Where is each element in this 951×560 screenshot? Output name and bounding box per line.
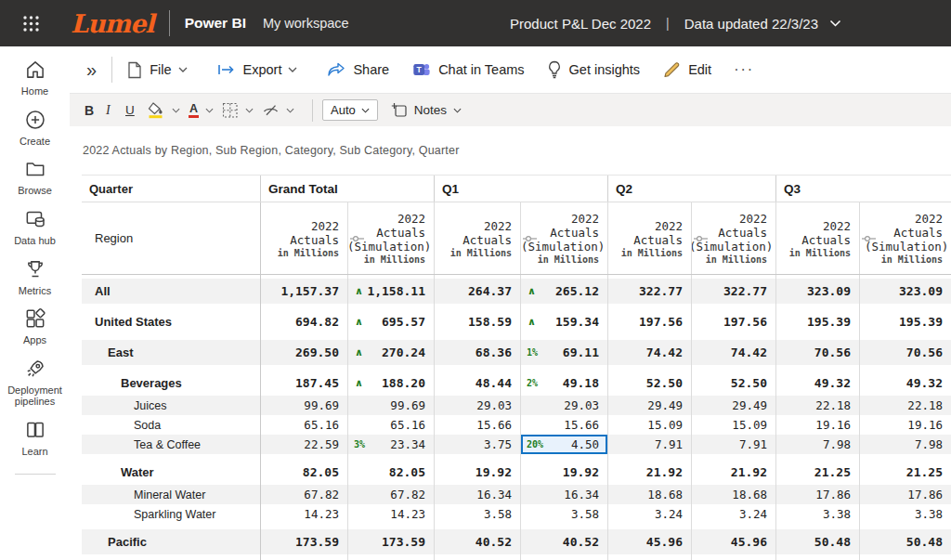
simulation-value-cell[interactable]: 65.16 <box>347 415 434 435</box>
simulation-value-cell[interactable]: 21.92 <box>691 460 775 485</box>
hide-values-button[interactable] <box>262 103 294 118</box>
simulation-value-cell[interactable]: 3.38 <box>859 504 951 524</box>
actuals-value-cell[interactable]: 74.42 <box>607 340 691 365</box>
simulation-value-cell[interactable]: ∧270.24 <box>347 340 434 365</box>
actuals-value-cell[interactable]: 22.18 <box>775 396 859 415</box>
actuals-value-cell[interactable]: 49.32 <box>775 371 859 396</box>
actuals-value-cell[interactable]: 70.56 <box>775 340 859 365</box>
simulation-value-cell[interactable]: 3.58 <box>520 504 607 524</box>
actuals-value-cell[interactable]: 19.16 <box>775 415 859 435</box>
measure-header-actuals[interactable]: 2022 Actualsin Millions <box>434 202 520 274</box>
simulation-value-cell[interactable]: 29.49 <box>691 396 775 415</box>
measure-header-simulation[interactable]: 2022 Actuals (Simulation)in Millions <box>347 202 434 274</box>
actuals-value-cell[interactable]: 158.59 <box>434 309 520 334</box>
more-options-button[interactable]: ··· <box>734 61 754 78</box>
simulation-value-cell[interactable]: 19.16 <box>859 415 951 435</box>
simulation-value-cell[interactable]: 74.42 <box>691 340 775 365</box>
simulation-value-cell[interactable]: ∧159.34 <box>520 309 607 334</box>
simulation-value-cell[interactable]: 99.69 <box>347 396 434 415</box>
column-group-q3[interactable]: Q3 <box>775 176 951 202</box>
simulation-value-cell[interactable]: ∧188.20 <box>347 371 434 396</box>
measure-header-simulation[interactable]: 2022 Actuals (Simulation)in Millions <box>859 202 951 274</box>
simulation-value-cell[interactable]: 19.92 <box>520 460 607 485</box>
lumel-logo[interactable]: Lumel <box>71 9 154 38</box>
actuals-value-cell[interactable]: 29.49 <box>607 396 691 415</box>
actuals-value-cell[interactable]: 45.96 <box>607 529 691 554</box>
simulation-value-cell[interactable]: 15.66 <box>520 415 607 435</box>
measure-header-actuals[interactable]: 2022 Actualsin Millions <box>607 202 691 274</box>
waffle-menu-icon[interactable] <box>22 15 40 33</box>
actuals-value-cell[interactable]: 187.45 <box>260 371 347 396</box>
simulation-value-cell[interactable]: 7.98 <box>859 435 951 454</box>
actuals-value-cell[interactable]: 50.48 <box>775 529 859 554</box>
actuals-value-cell[interactable]: 3.58 <box>434 504 520 524</box>
actuals-value-cell[interactable]: 16.34 <box>434 485 520 504</box>
notes-dropdown[interactable]: Notes <box>391 102 467 118</box>
actuals-value-cell[interactable]: 3.75 <box>434 435 520 454</box>
underline-button[interactable]: U <box>125 103 138 117</box>
simulation-value-cell[interactable]: 323.09 <box>859 279 951 304</box>
auto-dropdown[interactable]: Auto <box>322 99 378 121</box>
chevron-down-icon[interactable] <box>829 20 841 27</box>
sidebar-item-metrics[interactable]: Metrics <box>2 257 69 297</box>
sidebar-item-learn[interactable]: Learn <box>2 418 69 458</box>
simulation-value-cell[interactable]: 40.52 <box>520 529 607 554</box>
fill-color-button[interactable] <box>147 101 180 119</box>
actuals-value-cell[interactable]: 195.39 <box>775 309 859 334</box>
table-row-water[interactable]: Water82.0582.0519.9219.9221.9221.9221.25… <box>82 460 951 485</box>
measure-header-actuals[interactable]: 2022 Actualsin Millions <box>775 202 859 274</box>
simulation-value-cell[interactable]: 21.25 <box>859 460 951 485</box>
simulation-value-cell[interactable]: ∧265.12 <box>520 279 607 304</box>
actuals-value-cell[interactable]: 48.44 <box>434 371 520 396</box>
actuals-value-cell[interactable]: 323.09 <box>775 279 859 304</box>
italic-button[interactable]: I <box>106 103 117 118</box>
actuals-value-cell[interactable]: 52.50 <box>607 371 691 396</box>
simulation-value-cell[interactable]: 50.48 <box>859 529 951 554</box>
workspace-name[interactable]: My workspace <box>263 16 349 31</box>
actuals-value-cell[interactable]: 82.05 <box>260 460 347 485</box>
borders-button[interactable] <box>222 102 254 119</box>
actuals-value-cell[interactable]: 17.86 <box>775 485 859 504</box>
table-row-sparkling-water[interactable]: Sparkling Water14.2314.233.583.583.243.2… <box>82 504 951 524</box>
get-insights-button[interactable]: Get insights <box>547 60 641 79</box>
simulation-value-cell[interactable]: 197.56 <box>691 309 775 334</box>
actuals-value-cell[interactable]: 269.50 <box>260 340 347 365</box>
column-group-q1[interactable]: Q1 <box>434 176 607 202</box>
simulation-value-cell[interactable]: 15.09 <box>691 415 775 435</box>
expand-pane-icon[interactable]: » <box>86 60 97 79</box>
actuals-value-cell[interactable]: 322.77 <box>607 279 691 304</box>
bold-button[interactable]: B <box>85 103 98 118</box>
actuals-value-cell[interactable]: 197.56 <box>607 309 691 334</box>
simulation-value-cell[interactable]: 16.34 <box>520 485 607 504</box>
sidebar-item-apps[interactable]: Apps <box>2 306 69 346</box>
actuals-value-cell[interactable]: 7.91 <box>607 435 691 454</box>
file-menu-button[interactable]: File <box>127 61 194 79</box>
actuals-value-cell[interactable]: 67.82 <box>260 485 347 504</box>
table-row-pacific[interactable]: Pacific173.59173.5940.5240.5245.9645.965… <box>82 529 951 554</box>
table-row-soda[interactable]: Soda65.1665.1615.6615.6615.0915.0919.161… <box>82 415 951 435</box>
actuals-value-cell[interactable]: 99.69 <box>260 396 347 415</box>
simulation-value-cell[interactable]: 70.56 <box>859 340 951 365</box>
table-row-tea-coffee[interactable]: Tea & Coffee22.593%23.343.7520%4.507.917… <box>82 435 951 454</box>
simulation-value-cell[interactable]: 17.86 <box>859 485 951 504</box>
actuals-value-cell[interactable]: 7.98 <box>775 435 859 454</box>
simulation-value-cell[interactable]: 1%69.11 <box>520 340 607 365</box>
font-color-button[interactable]: A <box>189 102 214 118</box>
actuals-value-cell[interactable]: 1,157.37 <box>260 279 347 304</box>
actuals-value-cell[interactable]: 264.37 <box>434 279 520 304</box>
actuals-value-cell[interactable]: 15.66 <box>434 415 520 435</box>
sidebar-item-home[interactable]: Home <box>2 58 69 98</box>
column-group-grand-total[interactable]: Grand Total <box>260 176 434 202</box>
actuals-value-cell[interactable]: 68.36 <box>434 340 520 365</box>
simulation-value-cell[interactable]: 322.77 <box>691 279 775 304</box>
measure-header-actuals[interactable]: 2022 Actualsin Millions <box>260 202 347 274</box>
actuals-value-cell[interactable]: 3.24 <box>607 504 691 524</box>
simulation-value-cell[interactable]: 2%49.18 <box>520 371 607 396</box>
simulation-value-cell[interactable]: 195.39 <box>859 309 951 334</box>
chat-in-teams-button[interactable]: T Chat in Teams <box>411 60 524 79</box>
actuals-value-cell[interactable]: 29.03 <box>434 396 520 415</box>
actuals-value-cell[interactable]: 18.68 <box>607 485 691 504</box>
simulation-value-cell[interactable]: 29.03 <box>520 396 607 415</box>
share-button[interactable]: Share <box>327 62 389 77</box>
actuals-value-cell[interactable]: 40.52 <box>434 529 520 554</box>
